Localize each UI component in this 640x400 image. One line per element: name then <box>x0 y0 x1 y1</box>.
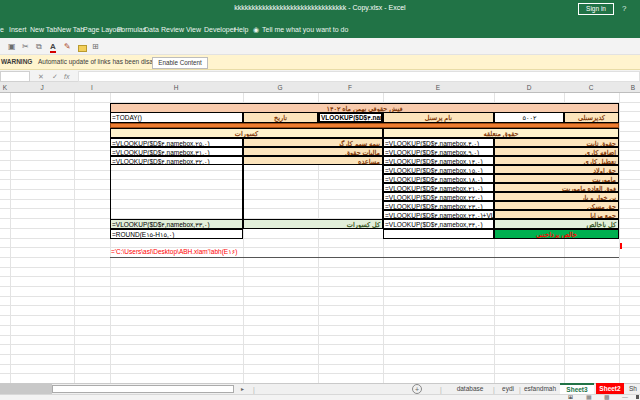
excel-window: kkkkkkkkkkkkkkkkkkkkkkkkkkkkkkkk - Copy.… <box>0 0 640 400</box>
deduction-label-cell[interactable]: بیمه سهم کارگر <box>243 138 383 147</box>
personnel-code-label-cell[interactable]: کدپرسنلی <box>564 112 619 123</box>
column-header-e[interactable]: E <box>436 84 440 92</box>
salary-formula-cell[interactable]: =VLOOKUP($D$۴,namebox,۱۵,۰) <box>383 165 494 174</box>
salary-formula-cell[interactable]: =VLOOKUP($D$۴,namebox,۲۲,۰) <box>383 192 494 201</box>
salary-formula-cell[interactable]: =VLOOKUP($D$۴,namebox,۱۸,۰) <box>383 174 494 183</box>
column-header-k[interactable]: K <box>3 84 7 92</box>
cut-icon[interactable]: ✂ <box>22 42 29 51</box>
deduction-formula-cell[interactable]: =VLOOKUP($D$۴,namebox,۳۲,۰) <box>110 156 243 165</box>
enable-content-button[interactable]: Enable Content <box>152 57 208 69</box>
deductions-section-header[interactable]: کسورات <box>110 128 383 138</box>
empty-bordered-cell[interactable] <box>383 229 494 239</box>
gridline <box>619 93 620 383</box>
fill-color-icon[interactable] <box>78 45 87 52</box>
deduction-label-cell[interactable]: مساعده <box>243 156 383 165</box>
column-header-h[interactable]: H <box>174 84 179 92</box>
salary-label-cell[interactable]: حق اولاد <box>494 165 619 174</box>
deductions-empty-labels[interactable] <box>243 165 383 219</box>
gridline <box>74 93 75 383</box>
net-payable-label-cell[interactable]: خالص پرداختنی <box>494 229 619 239</box>
gross-total-formula-cell[interactable]: =VLOOKUP($D$۴,namebox,۳۴,۰) <box>383 219 494 229</box>
sheet-tab-database[interactable]: database <box>448 383 492 394</box>
salary-label-cell[interactable]: حق مسکن <box>494 201 619 210</box>
sheet-tab-sheet2[interactable]: Sheet2 <box>596 383 624 394</box>
column-header-f[interactable]: F <box>348 84 352 92</box>
salary-section-header[interactable]: حقوق متعلقه <box>383 128 619 138</box>
column-header-i[interactable]: I <box>91 84 93 92</box>
help-icon[interactable]: ? <box>622 4 626 13</box>
column-header-b[interactable]: B <box>631 84 635 92</box>
tab-separator: | <box>253 385 255 394</box>
salary-label-cell[interactable]: اضافه کاری <box>494 147 619 156</box>
net-payable-formula-cell[interactable]: =ROUND(E۱۵-H۱۵,۰) <box>110 229 243 239</box>
borders-icon[interactable]: ⊞ <box>92 42 99 51</box>
salary-label-cell[interactable]: تعطیل کاری <box>494 156 619 165</box>
hscroll-right-arrow[interactable]: ▸ <box>236 384 249 394</box>
column-header-d[interactable]: D <box>527 84 532 92</box>
deduction-label-cell[interactable]: مالیات حقوق <box>243 147 383 156</box>
salary-label-cell[interactable]: ماموریت <box>494 174 619 183</box>
paste-icon[interactable]: ▣ <box>8 42 16 51</box>
salary-formula-cell[interactable]: =VLOOKUP($D$۴,namebox,۲۴,۰)+VLOO <box>383 210 494 219</box>
ribbon-tab-formulas[interactable]: Formulas <box>117 25 146 35</box>
ribbon-tab-data[interactable]: Data <box>144 25 159 35</box>
salary-formula-cell[interactable]: =VLOOKUP($D$۴,namebox,۴,۰) <box>383 138 494 147</box>
deduction-formula-cell[interactable]: =VLOOKUP($D$۴,namebox,۳۱,۰) <box>110 147 243 156</box>
ribbon-tab-newtab2[interactable]: New Tab <box>57 25 84 35</box>
format-painter-icon[interactable]: ✎ <box>64 42 71 51</box>
warning-message: Automatic update of links has been disab… <box>38 58 165 65</box>
ribbon-tab-review[interactable]: Review <box>161 25 184 35</box>
font-color-icon[interactable]: A <box>50 42 56 53</box>
formula-input[interactable] <box>78 71 640 82</box>
salary-formula-cell[interactable]: =VLOOKUP($D$۴,namebox,۹,۰) <box>383 147 494 156</box>
salary-label-cell[interactable]: بن خوار و بار <box>494 192 619 201</box>
sign-in-button[interactable]: Sign in <box>578 3 614 15</box>
tell-me-box[interactable]: Tell me what you want to do <box>262 25 348 35</box>
ribbon-tab-view[interactable]: View <box>186 25 201 35</box>
salary-formula-cell[interactable]: =VLOOKUP($D$۴,namebox,۲۱,۰) <box>383 183 494 192</box>
normal-view-icon[interactable]: ⊞ <box>568 393 573 400</box>
salary-label-cell[interactable]: جمع مزایا <box>494 210 619 219</box>
warning-label: WARNING <box>1 58 32 65</box>
table-bottom-border <box>110 257 619 258</box>
personnel-name-label-cell[interactable]: نام پرسنل <box>383 112 494 123</box>
column-header-c[interactable]: C <box>589 84 594 92</box>
column-header-g[interactable]: G <box>277 84 282 92</box>
copy-icon[interactable]: ⧉ <box>36 42 42 51</box>
personnel-code-value-cell[interactable]: ۵۰۰۲ <box>494 112 564 123</box>
active-cell-f4[interactable]: VLOOKUP($D$۴.namebox <box>318 112 383 123</box>
today-formula-cell[interactable]: =TODAY() <box>110 112 243 123</box>
tab-separator: | <box>493 385 495 394</box>
ribbon-tab-insert[interactable]: Insert <box>9 25 27 35</box>
name-box[interactable] <box>0 71 30 82</box>
page-break-view-icon[interactable]: ▩ <box>604 393 610 400</box>
hscroll-thumb[interactable] <box>52 385 234 393</box>
salary-formula-cell[interactable]: =VLOOKUP($D$۴,namebox,۲۳,۰) <box>383 201 494 210</box>
enter-icon[interactable]: ✓ <box>52 72 58 81</box>
column-header-j[interactable]: J <box>40 84 43 92</box>
sheet-tab-eydi[interactable]: eydi <box>496 383 520 394</box>
insert-function-icon[interactable]: fx <box>64 72 69 81</box>
salary-label-cell[interactable]: حقوق ثابت <box>494 138 619 147</box>
ribbon-tab-newtab1[interactable]: New Tab <box>30 25 57 35</box>
zoom-out-icon[interactable]: — <box>622 393 628 400</box>
external-link-formula-cell[interactable]: ='C:\Users\asl\Desktop\ABH.xlam'!abh(E۱۶… <box>111 248 411 257</box>
date-label-cell[interactable]: تاریخ <box>243 112 318 123</box>
zoom-slider-handle[interactable] <box>636 395 639 399</box>
salary-label-cell[interactable]: فوق العاده ماموریت <box>494 183 619 192</box>
page-layout-view-icon[interactable]: ▦ <box>586 393 592 400</box>
sheet-tab-partial[interactable]: Sh <box>626 383 640 394</box>
deductions-total-label-cell[interactable]: کل کسورات <box>243 219 383 229</box>
ribbon-tab-developer[interactable]: Developer <box>204 25 236 35</box>
deductions-empty-cells[interactable] <box>110 165 243 219</box>
deduction-formula-cell[interactable]: =VLOOKUP($D$۴,namebox,۲۵,۰) <box>110 138 243 147</box>
add-sheet-icon[interactable]: + <box>412 384 422 394</box>
salary-formula-cell[interactable]: =VLOOKUP($D$۴,namebox,۱۴,۰) <box>383 156 494 165</box>
ribbon-tab-partial[interactable]: e <box>0 25 5 35</box>
ribbon-tab-help[interactable]: Help <box>234 25 248 35</box>
sheet-tab-esfandmah[interactable]: esfandmah <box>521 383 559 394</box>
hscroll-track[interactable] <box>0 384 52 394</box>
cancel-icon[interactable]: ✕ <box>38 72 44 81</box>
deductions-total-formula-cell[interactable]: =VLOOKUP($D$۴,namebox,۳۳,۰) <box>110 219 243 229</box>
gross-total-label-cell[interactable]: کل ناخالص <box>494 219 619 229</box>
